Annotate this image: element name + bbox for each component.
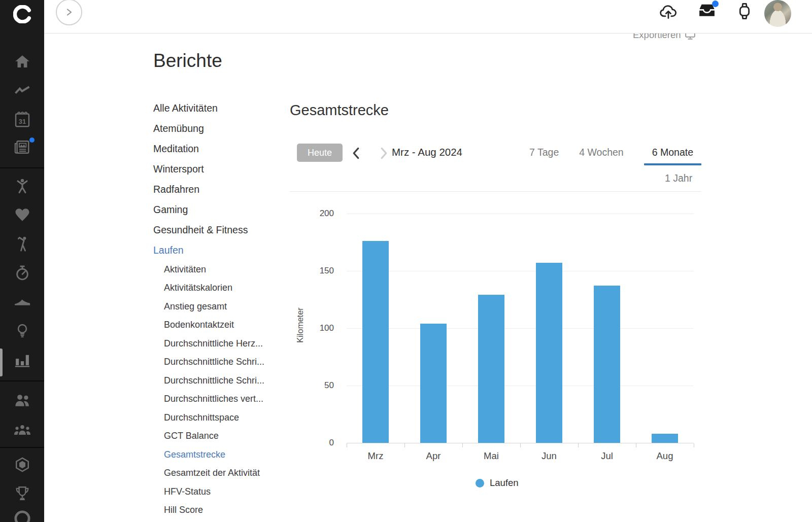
submenu-item-gesamtstrecke[interactable]: Gesamtstrecke [164, 445, 286, 464]
submenu-item-hfv-status[interactable]: HFV-Status [164, 482, 286, 501]
panel-divider [290, 191, 701, 192]
sidebar-item-home[interactable] [0, 47, 44, 76]
running-shoe-icon [14, 297, 31, 307]
sidebar-item-challenges[interactable] [0, 479, 44, 508]
submenu-item-aktivit-tskalorien[interactable]: Aktivitätskalorien [164, 279, 286, 298]
menu-item-atem-bung[interactable]: Atemübung [153, 118, 283, 138]
sidebar-item-badges[interactable] [0, 450, 44, 479]
trophy-icon [15, 486, 30, 501]
bar-jul[interactable] [594, 286, 620, 443]
x-label-aug: Aug [636, 450, 694, 462]
inbox-button[interactable] [698, 4, 716, 19]
tab-7-tage[interactable]: 7 Tage [529, 146, 559, 158]
sidebar-item-activity-feed[interactable] [0, 76, 44, 105]
page-title: Berichte [153, 50, 222, 72]
x-axis-tick [636, 443, 636, 447]
gridline-150 [347, 271, 694, 271]
menu-item-wintersport[interactable]: Wintersport [153, 159, 283, 179]
app-root: 31 [0, 0, 812, 522]
cloud-upload-icon [659, 4, 679, 19]
heart-icon [15, 208, 30, 222]
tab-1-jahr[interactable]: 1 Jahr [665, 172, 692, 184]
bar-chart-icon [14, 352, 30, 367]
menu-item-gaming[interactable]: Gaming [153, 199, 283, 220]
chart-title: Gesamtstrecke [290, 102, 389, 119]
sidebar-item-gear[interactable] [0, 287, 44, 316]
chart-legend[interactable]: Laufen [476, 477, 519, 489]
avatar[interactable] [764, 0, 791, 27]
news-feed-notification-dot [29, 137, 35, 143]
bar-jun[interactable] [536, 263, 562, 443]
watch-icon [738, 2, 751, 20]
submenu-item-durchschnittliche-herz[interactable]: Durchschnittliche Herz... [164, 334, 286, 353]
tab-6-monate[interactable]: 6 Monate [644, 146, 701, 158]
golfer-icon [15, 236, 29, 252]
submenu-item-gesamtzeit-der-aktivit-t[interactable]: Gesamtzeit der Aktivität [164, 464, 286, 483]
sidebar-divider [0, 447, 44, 448]
x-axis-tick [520, 443, 521, 447]
y-tick-label-150: 150 [290, 266, 334, 276]
x-axis-tick [404, 443, 405, 447]
menu-item-meditation[interactable]: Meditation [153, 138, 283, 159]
sidebar: 31 [0, 0, 44, 522]
submenu-item-bodenkontaktzeit[interactable]: Bodenkontaktzeit [164, 316, 286, 335]
sidebar-divider [0, 380, 44, 381]
device-button[interactable] [738, 2, 751, 20]
home-icon [15, 54, 30, 68]
target-circle-icon [14, 510, 31, 522]
sidebar-item-training-timer[interactable] [0, 258, 44, 287]
upload-button[interactable] [659, 4, 679, 20]
stopwatch-icon [15, 265, 30, 281]
connections-people-icon [14, 393, 30, 407]
sidebar-expand-button[interactable] [56, 0, 82, 25]
groups-icon [14, 423, 31, 436]
inbox-notification-dot [712, 1, 719, 7]
sidebar-item-reports[interactable] [0, 345, 44, 374]
y-tick-label-200: 200 [290, 208, 334, 219]
bar-aug[interactable] [652, 434, 678, 443]
submenu-item-durchschnittliches-vert[interactable]: Durchschnittliches vert... [164, 390, 286, 409]
menu-item-laufen[interactable]: Laufen [153, 240, 283, 260]
x-axis-tick [462, 443, 463, 447]
x-label-jul: Jul [578, 450, 636, 462]
gridline-200 [347, 214, 694, 214]
bar-apr[interactable] [420, 324, 447, 443]
submenu-item-gct-balance[interactable]: GCT Balance [164, 427, 286, 446]
report-metric-menu: AktivitätenAktivitätskalorienAnstieg ges… [164, 260, 286, 519]
x-label-apr: Apr [404, 450, 462, 462]
bar-mai[interactable] [478, 295, 504, 443]
sidebar-item-wellness[interactable] [0, 171, 44, 200]
menu-item-radfahren[interactable]: Radfahren [153, 179, 283, 199]
menu-item-gesundheit-fitness[interactable]: Gesundheit & Fitness [153, 220, 283, 240]
submenu-item-aktivit-ten[interactable]: Aktivitäten [164, 260, 286, 279]
sidebar-item-insights[interactable] [0, 316, 44, 345]
hexagon-badge-icon [15, 457, 30, 472]
tab-4-wochen[interactable]: 4 Wochen [579, 146, 623, 158]
sidebar-item-health-stats[interactable] [0, 200, 44, 229]
submenu-item-durchschnittspace[interactable]: Durchschnittspace [164, 408, 286, 427]
bar-mrz[interactable] [362, 241, 389, 443]
wellness-person-icon [15, 179, 30, 194]
sidebar-item-news-feed[interactable] [0, 133, 44, 162]
svg-text:31: 31 [18, 117, 25, 125]
news-feed-icon [14, 140, 30, 155]
chevron-right-icon [64, 8, 74, 17]
y-tick-label-50: 50 [290, 380, 334, 391]
menu-item-alle-aktivit-ten[interactable]: Alle Aktivitäten [153, 98, 283, 118]
sidebar-item-groups[interactable] [0, 414, 44, 443]
submenu-item-hill-score[interactable]: Hill Score [164, 501, 286, 520]
lightbulb-icon [15, 323, 29, 338]
x-axis-tick [578, 443, 579, 447]
sidebar-item-golf[interactable] [0, 229, 44, 258]
x-label-mai: Mai [462, 450, 520, 462]
sidebar-item-connections[interactable] [0, 386, 44, 414]
gridline-100 [347, 328, 694, 329]
submenu-item-durchschnittliche-schri[interactable]: Durchschnittliche Schri... [164, 371, 286, 390]
submenu-item-anstieg-gesamt[interactable]: Anstieg gesamt [164, 297, 286, 316]
garmin-connect-logo[interactable] [0, 4, 44, 25]
legend-label: Laufen [490, 477, 519, 489]
submenu-item-durchschnittliche-schri[interactable]: Durchschnittliche Schri... [164, 353, 286, 372]
y-tick-label-0: 0 [290, 438, 334, 448]
sidebar-item-target[interactable] [0, 508, 44, 522]
sidebar-item-calendar[interactable]: 31 [0, 105, 44, 133]
